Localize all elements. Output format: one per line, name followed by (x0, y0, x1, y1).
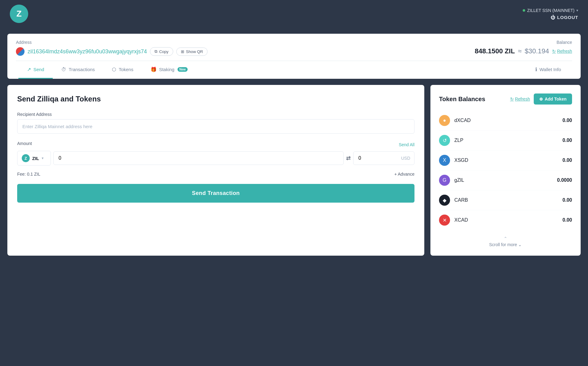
logout-button[interactable]: ⏻ LOGOUT (551, 15, 578, 20)
amount-row: Z ZIL ▾ ⇄ USD (17, 151, 414, 166)
token-balance-xcad: 0.00 (563, 217, 572, 223)
token-balances-panel: Token Balances ↻ Refresh ⊕ Add Token ● d… (430, 85, 581, 256)
token-selector[interactable]: Z ZIL ▾ (17, 151, 51, 166)
send-form-panel: Send Zilliqa and Tokens Recipient Addres… (7, 85, 424, 256)
token-name-dxcad: dXCAD (454, 118, 563, 123)
token-icon-gzil: G (439, 175, 450, 186)
token-icon-dxcad: ● (439, 115, 450, 126)
header-right: ZILLET SSN (MAINNET) ▾ ⏻ LOGOUT (523, 8, 578, 20)
usd-suffix: USD (401, 156, 410, 161)
balance-section: Balance 848.1500 ZIL ≈ $30.194 ↻ Refresh (475, 40, 572, 55)
recipient-label: Recipient Address (17, 112, 414, 117)
send-tab-icon: ↗ (27, 67, 31, 72)
address-balance-row: Address zil16364lmdz4s6ww3yz96fu0u03wwga… (16, 40, 572, 61)
usd-input-wrap: USD (353, 151, 414, 165)
tabs: ↗ Send ⏱ Transactions ⬡ Tokens 🎁 Staking… (16, 61, 572, 79)
two-col-layout: Send Zilliqa and Tokens Recipient Addres… (7, 85, 581, 256)
logo: Z (10, 5, 28, 23)
address-row: zil16364lmdz4s6ww3yz96fu0u03wwgajyqyrxjs… (16, 47, 208, 56)
token-row: ↺ ZLP 0.00 (439, 131, 572, 151)
amount-input[interactable] (53, 151, 344, 165)
balance-approx: ≈ (518, 47, 521, 55)
swap-icon[interactable]: ⇄ (346, 155, 351, 162)
token-balance-xsgd: 0.00 (563, 158, 572, 163)
token-refresh-icon: ↻ (510, 97, 514, 101)
token-icon-xsgd: X (439, 155, 450, 166)
wallet-info-tab-icon: ℹ (535, 67, 537, 72)
token-row: ● dXCAD 0.00 (439, 111, 572, 131)
tab-wallet-info[interactable]: ℹ Wallet Info (527, 61, 570, 79)
token-balances-header: Token Balances ↻ Refresh ⊕ Add Token (439, 93, 572, 105)
staking-new-badge: New (178, 67, 188, 72)
token-row: G gZIL 0.0000 (439, 170, 572, 190)
tab-tokens[interactable]: ⬡ Tokens (103, 61, 142, 79)
token-balances-title: Token Balances (439, 96, 485, 103)
token-row: ✕ XCAD 0.00 (439, 210, 572, 230)
copy-icon: ⧉ (155, 49, 157, 54)
token-balance-zlp: 0.00 (563, 138, 572, 143)
address-value: zil16364lmdz4s6ww3yz96fu0u03wwgajyqyrxjs… (28, 48, 147, 55)
token-list: ● dXCAD 0.00 ↺ ZLP 0.00 X XSGD 0.00 G gZ… (439, 111, 572, 230)
token-balance-carb: 0.00 (563, 197, 572, 203)
tab-send[interactable]: ↗ Send (18, 61, 53, 79)
fee-advance-row: Fee: 0.1 ZIL + Advance (17, 172, 414, 177)
token-name-carb: CARB (454, 197, 563, 203)
chevron-down-icon: ⌄ (518, 242, 522, 247)
network-chevron-icon[interactable]: ▾ (576, 8, 578, 13)
copy-button[interactable]: ⧉ Copy (150, 47, 173, 56)
token-row: X XSGD 0.00 (439, 151, 572, 170)
refresh-icon: ↻ (552, 49, 556, 54)
amount-label: Amount (17, 141, 32, 146)
recipient-address-input[interactable] (17, 119, 414, 134)
add-token-plus-icon: ⊕ (539, 97, 543, 101)
token-balance-gzil: 0.0000 (557, 177, 572, 183)
address-label: Address (16, 40, 208, 45)
send-transaction-button[interactable]: Send Transaction (17, 184, 414, 203)
balance-zil: 848.1500 ZIL (475, 47, 515, 55)
tab-staking[interactable]: 🎁 Staking New (142, 61, 196, 79)
token-icon-zlp: ↺ (439, 135, 450, 146)
send-all-button[interactable]: Send All (399, 142, 414, 147)
balance-refresh-button[interactable]: ↻ Refresh (552, 49, 572, 54)
token-name-xcad: XCAD (454, 217, 563, 223)
balance-usd: $30.194 (525, 47, 549, 55)
token-header-right: ↻ Refresh ⊕ Add Token (510, 93, 572, 105)
token-name-xsgd: XSGD (454, 158, 563, 163)
show-qr-button[interactable]: ⊞ Show QR (176, 48, 208, 56)
token-name-zlp: ZLP (454, 138, 563, 143)
zil-token-icon: Z (22, 154, 30, 162)
network-status-dot (523, 9, 525, 12)
address-avatar (16, 47, 25, 56)
transactions-tab-icon: ⏱ (61, 67, 66, 72)
scroll-more: ⌃ Scroll for more ⌄ (439, 234, 572, 247)
token-chevron-icon: ▾ (42, 156, 44, 160)
qr-icon: ⊞ (181, 49, 184, 54)
token-balance-dxcad: 0.00 (563, 118, 572, 123)
power-icon: ⏻ (551, 15, 556, 20)
main-content: Address zil16364lmdz4s6ww3yz96fu0u03wwga… (0, 28, 588, 262)
network-badge: ZILLET SSN (MAINNET) ▾ (523, 8, 578, 13)
token-icon-xcad: ✕ (439, 215, 450, 226)
token-refresh-button[interactable]: ↻ Refresh (510, 97, 530, 101)
amount-label-row: Amount Send All (17, 141, 414, 148)
chevron-up-icon: ⌃ (439, 236, 572, 241)
staking-tab-icon: 🎁 (151, 67, 157, 72)
token-name: ZIL (32, 156, 39, 161)
advance-button[interactable]: + Advance (394, 172, 414, 177)
token-row: ◆ CARB 0.00 (439, 190, 572, 210)
tab-transactions[interactable]: ⏱ Transactions (53, 61, 103, 79)
header: Z ZILLET SSN (MAINNET) ▾ ⏻ LOGOUT (0, 0, 588, 28)
address-section: Address zil16364lmdz4s6ww3yz96fu0u03wwga… (16, 40, 208, 56)
fee-label: Fee: 0.1 ZIL (17, 172, 40, 177)
token-name-gzil: gZIL (454, 177, 557, 183)
balance-row: 848.1500 ZIL ≈ $30.194 ↻ Refresh (475, 47, 572, 55)
balance-label: Balance (475, 40, 572, 45)
tokens-tab-icon: ⬡ (112, 67, 116, 72)
send-form-title: Send Zilliqa and Tokens (17, 95, 414, 103)
add-token-button[interactable]: ⊕ Add Token (534, 93, 572, 105)
address-card: Address zil16364lmdz4s6ww3yz96fu0u03wwga… (7, 34, 581, 79)
token-icon-carb: ◆ (439, 195, 450, 206)
network-label: ZILLET SSN (MAINNET) (527, 8, 575, 13)
